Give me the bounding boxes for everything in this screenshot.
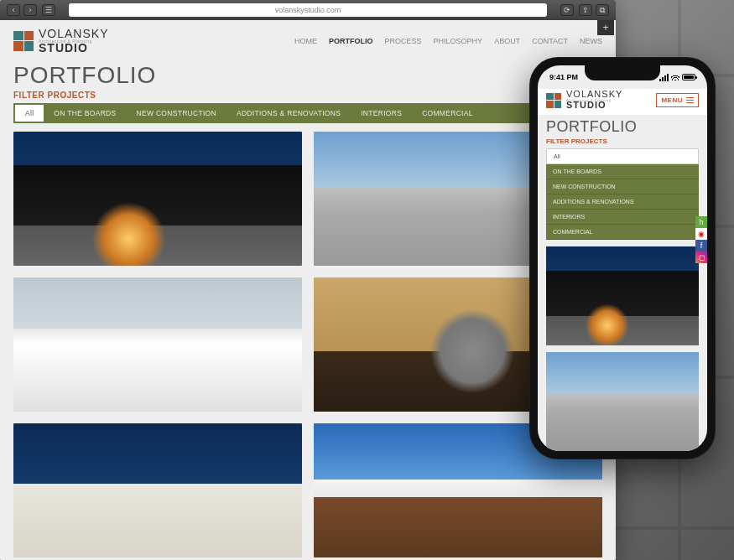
logo-text: VOLANSKY Architecture & Planning STUDIO — [39, 29, 108, 54]
m-filter-additions-renovations[interactable]: ADDITIONS & RENOVATIONS — [546, 194, 699, 210]
url-text: volanskystudio.com — [275, 6, 341, 14]
filter-additions-renovations[interactable]: ADDITIONS & RENOVATIONS — [226, 105, 351, 122]
mobile-page: PORTFOLIO FILTER PROJECTS All ON THE BOA… — [538, 115, 707, 451]
logo-mark-icon — [13, 31, 34, 51]
menu-label: MENU — [661, 96, 683, 104]
filter-heading: FILTER PROJECTS — [13, 91, 602, 100]
site-header: VOLANSKY Architecture & Planning STUDIO … — [13, 25, 602, 60]
m-filter-new-construction[interactable]: NEW CONSTRUCTION — [546, 179, 699, 194]
mobile-project-grid — [546, 246, 699, 451]
battery-icon — [682, 74, 695, 80]
site-logo[interactable]: VOLANSKY Architecture & Planning STUDIO — [13, 29, 108, 54]
filter-commercial[interactable]: COMMERCIAL — [412, 105, 483, 122]
filter-new-construction[interactable]: NEW CONSTRUCTION — [126, 105, 226, 122]
facebook-icon[interactable]: f — [695, 240, 707, 251]
phone-mockup: 9:41 PM VOLANSKY Architecture & Planning… — [529, 57, 716, 459]
mobile-page-title: PORTFOLIO — [546, 118, 699, 136]
project-tile[interactable] — [13, 277, 302, 412]
nav-portfolio[interactable]: PORTFOLIO — [329, 37, 373, 45]
nav-news[interactable]: NEWS — [580, 37, 602, 45]
nav-contact[interactable]: CONTACT — [532, 37, 568, 45]
houzz-icon[interactable]: h — [695, 216, 707, 228]
browser-toolbar: ‹ › ☰ volanskystudio.com ⟳ ⇪ ⧉ — [0, 0, 616, 20]
tabs-icon[interactable]: ⧉ — [596, 4, 609, 16]
logo-text: VOLANSKY Architecture & Planning STUDIO — [566, 91, 622, 110]
instagram-icon[interactable]: ◻ — [695, 251, 707, 263]
phone-screen: 9:41 PM VOLANSKY Architecture & Planning… — [538, 65, 707, 451]
hamburger-icon — [686, 97, 694, 104]
social-icons: h ◉ f ◻ — [695, 216, 707, 263]
project-tile[interactable] — [13, 423, 302, 557]
share-icon[interactable]: ⇪ — [579, 4, 592, 16]
new-tab-button[interactable]: + — [597, 20, 614, 35]
filter-bar: All ON THE BOARDS NEW CONSTRUCTION ADDIT… — [13, 103, 602, 123]
page-content: VOLANSKY Architecture & Planning STUDIO … — [0, 20, 616, 560]
browser-window: ‹ › ☰ volanskystudio.com ⟳ ⇪ ⧉ + VOLANSK… — [0, 0, 616, 560]
nav-process[interactable]: PROCESS — [385, 37, 422, 45]
logo-mark-icon — [546, 93, 561, 108]
back-button[interactable]: ‹ — [7, 4, 20, 16]
signal-icon — [659, 74, 669, 81]
filter-on-the-boards[interactable]: ON THE BOARDS — [44, 105, 126, 122]
wifi-icon — [671, 74, 679, 80]
m-filter-commercial[interactable]: COMMERCIAL — [546, 225, 699, 240]
reload-icon[interactable]: ⟳ — [560, 4, 574, 16]
project-tile[interactable] — [13, 132, 302, 266]
mobile-menu-button[interactable]: MENU — [656, 93, 699, 107]
page-title: PORTFOLIO — [13, 62, 602, 89]
project-tile[interactable] — [546, 352, 699, 451]
m-filter-interiors[interactable]: INTERIORS — [546, 210, 699, 225]
m-filter-on-the-boards[interactable]: ON THE BOARDS — [546, 164, 699, 179]
mobile-logo[interactable]: VOLANSKY Architecture & Planning STUDIO — [546, 91, 622, 110]
sidebar-toggle-icon[interactable]: ☰ — [42, 4, 55, 16]
project-grid — [13, 132, 602, 557]
nav-home[interactable]: HOME — [294, 37, 317, 45]
nav-philosophy[interactable]: PHILOSOPHY — [434, 37, 483, 45]
mobile-filter-list: All ON THE BOARDS NEW CONSTRUCTION ADDIT… — [546, 148, 699, 240]
project-tile[interactable] — [546, 246, 699, 345]
mobile-filter-heading: FILTER PROJECTS — [546, 137, 699, 145]
filter-interiors[interactable]: INTERIORS — [351, 105, 412, 122]
pinterest-icon[interactable]: ◉ — [695, 228, 707, 240]
forward-button[interactable]: › — [23, 4, 37, 16]
nav-about[interactable]: ABOUT — [494, 37, 520, 45]
status-time: 9:41 PM — [549, 73, 578, 81]
filter-all[interactable]: All — [15, 105, 44, 122]
phone-notch — [585, 65, 660, 80]
mobile-header: VOLANSKY Architecture & Planning STUDIO … — [538, 89, 707, 115]
url-bar[interactable]: volanskystudio.com — [69, 3, 547, 17]
main-nav: HOME PORTFOLIO PROCESS PHILOSOPHY ABOUT … — [294, 37, 602, 45]
m-filter-all[interactable]: All — [546, 148, 699, 164]
